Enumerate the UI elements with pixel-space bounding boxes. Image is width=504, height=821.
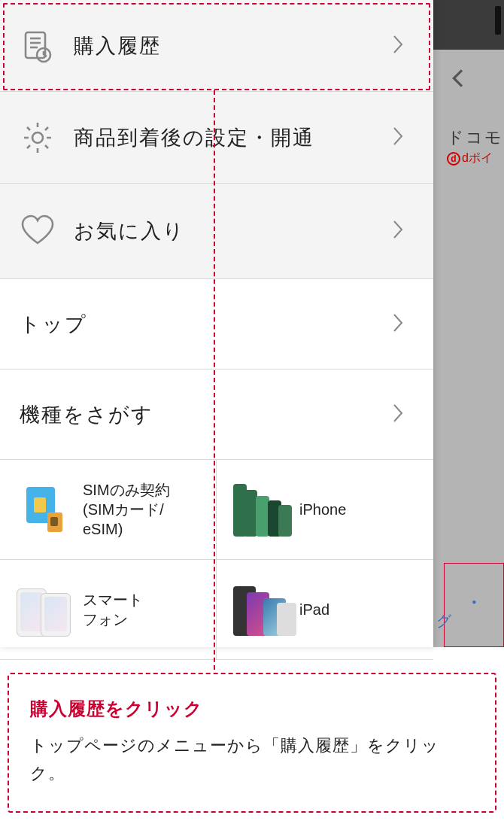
svg-line-6 bbox=[44, 55, 47, 56]
grid-item-iphone[interactable]: iPhone bbox=[217, 460, 433, 560]
callout-body: トップページのメニューから「購入履歴」をクリック。 bbox=[30, 731, 474, 788]
back-button[interactable] bbox=[447, 66, 471, 90]
menu-item-find-model[interactable]: 機種をさがす bbox=[0, 369, 433, 460]
chevron-right-icon bbox=[391, 125, 406, 151]
chevron-left-icon bbox=[447, 66, 471, 90]
iphone-thumb bbox=[233, 482, 289, 537]
tutorial-frame: ドコモ ddポイ ・ グ 購入履歴 bbox=[0, 0, 504, 821]
menu-label: 購入履歴 bbox=[74, 32, 161, 59]
menu-label: お気に入り bbox=[74, 217, 185, 245]
sim-card-icon bbox=[17, 482, 72, 537]
chevron-right-icon bbox=[391, 218, 406, 244]
grid-item-ipad[interactable]: iPad bbox=[217, 560, 433, 660]
menu-item-top[interactable]: トップ bbox=[0, 279, 433, 369]
background-blue-text: グ bbox=[436, 611, 451, 631]
menu-item-post-delivery-setup[interactable]: 商品到着後の設定・開通 bbox=[0, 92, 433, 184]
grid-item-sim-only[interactable]: SIMのみ契約 (SIMカード/ eSIM) bbox=[0, 460, 217, 560]
svg-rect-0 bbox=[26, 32, 45, 58]
background-dim-overlay: ドコモ ddポイ ・ グ bbox=[433, 0, 504, 647]
grid-label: スマート フォン bbox=[83, 590, 143, 629]
device-notch bbox=[495, 6, 501, 35]
brand-text-fragment: ドコモ bbox=[447, 126, 503, 149]
chevron-right-icon bbox=[391, 402, 406, 427]
instruction-callout: 購入履歴をクリック トップページのメニューから「購入履歴」をクリック。 bbox=[8, 673, 496, 813]
chevron-right-icon bbox=[391, 33, 406, 59]
background-bullet: ・ bbox=[463, 588, 484, 617]
menu-item-purchase-history[interactable]: 購入履歴 bbox=[0, 0, 433, 92]
product-grid: SIMのみ契約 (SIMカード/ eSIM) iPhone スマート フォン i… bbox=[0, 460, 433, 660]
grid-label: SIMのみ契約 (SIMカード/ eSIM) bbox=[83, 480, 170, 539]
ipad-thumb bbox=[233, 582, 289, 637]
menu-label: 商品到着後の設定・開通 bbox=[74, 124, 314, 151]
grid-label: iPhone bbox=[299, 500, 346, 519]
callout-title: 購入履歴をクリック bbox=[30, 697, 474, 721]
svg-point-7 bbox=[32, 132, 43, 143]
menu-label: トップ bbox=[20, 311, 87, 338]
side-menu-panel: 購入履歴 商品到着後の設定・開通 お気に入り トップ bbox=[0, 0, 433, 647]
heart-icon bbox=[20, 213, 56, 249]
document-clock-icon bbox=[20, 28, 56, 64]
gear-icon bbox=[20, 120, 56, 156]
chevron-right-icon bbox=[391, 312, 406, 337]
smartphone-thumb bbox=[17, 582, 72, 637]
grid-item-smartphone[interactable]: スマート フォン bbox=[0, 560, 217, 660]
dpoint-text-fragment: ddポイ bbox=[447, 151, 493, 166]
menu-label: 機種をさがす bbox=[20, 401, 153, 428]
grid-label: iPad bbox=[299, 600, 329, 619]
menu-item-favorites[interactable]: お気に入り bbox=[0, 184, 433, 279]
